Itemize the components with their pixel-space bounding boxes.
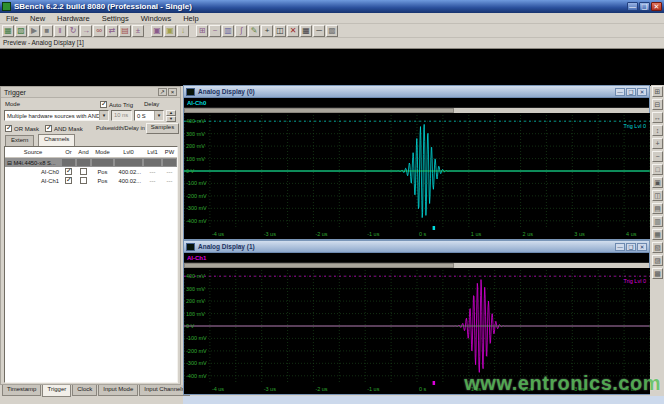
display0-channel-strip[interactable]: AI-Ch0 xyxy=(184,98,649,108)
tab-extern[interactable]: Extern xyxy=(5,135,34,146)
display1-scrollbar[interactable] xyxy=(184,263,649,268)
trig-time-marker[interactable] xyxy=(433,381,436,385)
trigger-time-field[interactable]: 10 ns xyxy=(111,110,132,121)
title-bar[interactable]: SBench 6.2.2 build 8080 (Professional - … xyxy=(0,0,664,13)
menu-windows[interactable]: Windows xyxy=(135,14,177,23)
cursor-b-icon[interactable]: − xyxy=(652,151,663,162)
and-check-icon[interactable] xyxy=(80,168,87,175)
restart-icon[interactable]: ↻ xyxy=(67,25,79,37)
trig-time-marker[interactable] xyxy=(433,226,436,230)
menu-new[interactable]: New xyxy=(24,14,51,23)
cols-icon[interactable]: ▥ xyxy=(652,216,663,227)
close-button[interactable]: ✕ xyxy=(637,88,647,96)
card-group-label[interactable]: ⊟ M4i.4450-x8 S... xyxy=(5,160,61,166)
pause-icon[interactable]: ‖ xyxy=(54,25,66,37)
minimize-button[interactable]: — xyxy=(615,88,625,96)
spinner-down-icon[interactable]: ▼ xyxy=(166,116,176,122)
layers-icon[interactable]: ◫ xyxy=(274,25,286,37)
export-icon[interactable]: ↓ xyxy=(177,25,189,37)
zoom-in-icon[interactable]: ⊞ xyxy=(652,86,663,97)
analog-display-icon[interactable]: ~ xyxy=(209,25,221,37)
display0-scrollbar[interactable] xyxy=(184,108,649,113)
display1-channel-strip[interactable]: AI-Ch1 xyxy=(184,253,649,263)
rows-icon[interactable]: ▤ xyxy=(652,203,663,214)
maximize-button[interactable]: ❑ xyxy=(626,243,636,251)
input-mode-icon[interactable]: ▤ xyxy=(119,25,131,37)
maximize-button[interactable]: ❑ xyxy=(639,2,650,11)
loop-icon[interactable]: ∞ xyxy=(93,25,105,37)
display1-plot[interactable]: 400 mV300 mV200 mV100 mV0 V-100 mV-200 m… xyxy=(184,268,650,394)
table-row[interactable]: AI-Ch1Pos400.02...------ xyxy=(5,176,177,185)
fit-icon[interactable]: □ xyxy=(652,164,663,175)
minimize-button[interactable]: — xyxy=(615,243,625,251)
column-header-lvl0[interactable]: Lvl0 xyxy=(114,149,143,155)
maximize-button[interactable]: ❑ xyxy=(626,88,636,96)
single-shot-icon[interactable]: → xyxy=(80,25,92,37)
snapshot-icon[interactable]: ▣ xyxy=(652,177,663,188)
spectrum-display-icon[interactable]: ∫ xyxy=(235,25,247,37)
bottom-tab-timestamp[interactable]: Timestamp xyxy=(2,385,41,396)
trigger-panel-header[interactable]: Trigger ↗ × xyxy=(1,87,180,98)
chevron-down-icon[interactable]: ▾ xyxy=(154,111,163,120)
cursor-a-icon[interactable]: + xyxy=(652,138,663,149)
samples-button[interactable]: Samples xyxy=(146,123,179,134)
close-button[interactable]: ✕ xyxy=(637,243,647,251)
card-icon[interactable]: ▦ xyxy=(2,25,14,37)
close-button[interactable]: ✕ xyxy=(651,2,662,11)
add-channel-icon[interactable]: + xyxy=(261,25,273,37)
column-header-pw[interactable]: PW xyxy=(162,149,177,155)
and-checkbox[interactable] xyxy=(76,168,91,175)
minimize-button[interactable]: — xyxy=(627,2,638,11)
delete-icon[interactable]: ✕ xyxy=(287,25,299,37)
or-checkbox-checked[interactable] xyxy=(61,168,76,175)
start-icon[interactable]: ▶ xyxy=(28,25,40,37)
chevron-down-icon[interactable]: ▾ xyxy=(99,111,108,120)
options-icon[interactable]: ▩ xyxy=(326,25,338,37)
transfer-icon[interactable]: ⇄ xyxy=(106,25,118,37)
column-header-lvl1[interactable]: Lvl1 xyxy=(143,149,162,155)
table-row[interactable]: AI-Ch0Pos400.02...------ xyxy=(5,167,177,176)
column-header-source[interactable]: Source xyxy=(5,149,61,155)
stop-icon[interactable]: ■ xyxy=(41,25,53,37)
bottom-tab-input-mode[interactable]: Input Mode xyxy=(98,385,138,396)
edit-icon[interactable]: ✎ xyxy=(248,25,260,37)
display0-title-bar[interactable]: Analog Display (0) — ❑ ✕ xyxy=(184,86,649,98)
menu-file[interactable]: File xyxy=(0,14,24,23)
or-mask-check-icon[interactable] xyxy=(5,125,12,132)
column-header-and[interactable]: And xyxy=(76,149,91,155)
and-check-icon[interactable] xyxy=(80,177,87,184)
or-mask-checkbox[interactable]: OR Mask xyxy=(5,125,39,132)
delay-spinner[interactable]: ▲ ▼ xyxy=(166,110,176,121)
column-header-mode[interactable]: Mode xyxy=(91,149,114,155)
new-display-icon[interactable]: ⊞ xyxy=(196,25,208,37)
bottom-tab-trigger[interactable]: Trigger xyxy=(42,385,71,397)
save-icon[interactable]: ▣ xyxy=(151,25,163,37)
and-mask-checkbox[interactable]: AND Mask xyxy=(45,125,83,132)
scrollbar-thumb[interactable] xyxy=(184,108,454,113)
and-checkbox[interactable] xyxy=(76,177,91,184)
trigger-icon[interactable]: ± xyxy=(132,25,144,37)
grid2-icon[interactable]: ▦ xyxy=(652,229,663,240)
split-icon[interactable]: ◫ xyxy=(652,190,663,201)
hatch-icon[interactable]: ▧ xyxy=(652,242,663,253)
grid-icon[interactable]: ▦ xyxy=(300,25,312,37)
and-mask-check-icon[interactable] xyxy=(45,125,52,132)
digital-display-icon[interactable]: ▥ xyxy=(222,25,234,37)
or-check-icon[interactable] xyxy=(65,168,72,175)
card-group-row[interactable]: ⊟ M4i.4450-x8 S... xyxy=(5,158,177,167)
scrollbar-thumb[interactable] xyxy=(184,263,454,268)
close-display-icon[interactable]: ─ xyxy=(313,25,325,37)
delay-select[interactable]: 0 S ▾ xyxy=(134,110,164,121)
hatch2-icon[interactable]: ▨ xyxy=(652,255,663,266)
column-header-or[interactable]: Or xyxy=(61,149,76,155)
close-icon[interactable]: × xyxy=(168,88,177,96)
auto-trig-checkbox[interactable]: Auto Trig xyxy=(100,101,133,108)
or-check-icon[interactable] xyxy=(65,177,72,184)
auto-trig-check-icon[interactable] xyxy=(100,101,107,108)
trigger-mode-select[interactable]: Multiple hardware sources with AND/OR ▾ xyxy=(4,110,109,121)
display1-title-bar[interactable]: Analog Display (1) — ❑ ✕ xyxy=(184,241,649,253)
undock-icon[interactable]: ↗ xyxy=(158,88,167,96)
tab-channels[interactable]: Channels xyxy=(38,134,75,146)
pan-x-icon[interactable]: ↔ xyxy=(652,112,663,123)
zoom-out-icon[interactable]: ⊟ xyxy=(652,99,663,110)
